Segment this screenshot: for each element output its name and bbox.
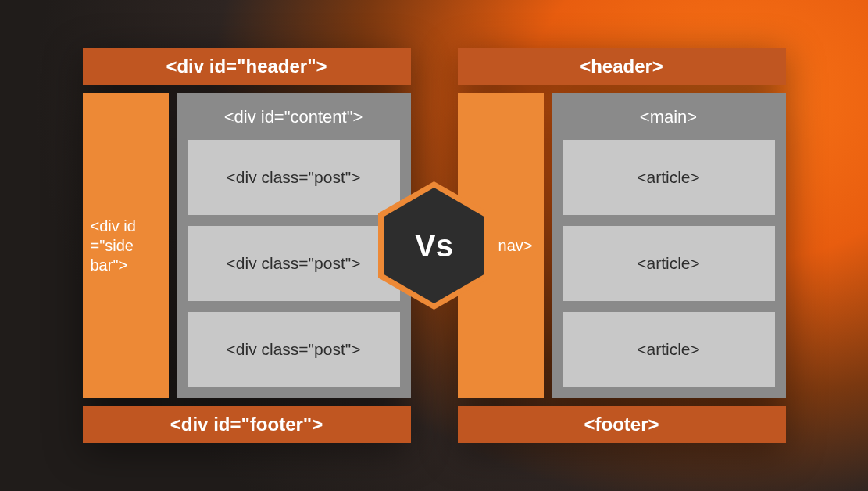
nav-label-semantic: nav> (498, 236, 533, 256)
article-box-semantic: <article> (563, 226, 775, 301)
post-box-nonsemantic: <div class="post"> (188, 312, 400, 387)
post-box-nonsemantic: <div class="post"> (188, 140, 400, 215)
footer-box-nonsemantic: <div id="footer"> (83, 406, 411, 443)
post-box-nonsemantic: <div class="post"> (188, 226, 400, 301)
content-title-nonsemantic: <div id="content"> (188, 104, 400, 129)
main-box-semantic: <main> <article> <article> <article> (552, 93, 786, 398)
vs-badge: Vs (381, 185, 488, 306)
sidebar-box-nonsemantic: <div id ="side bar"> (83, 93, 169, 398)
vs-label: Vs (415, 228, 453, 263)
article-box-semantic: <article> (563, 140, 775, 215)
non-semantic-layout-panel: <div id="header"> <div id ="side bar"> <… (83, 48, 411, 443)
semantic-layout-panel: <header> nav> <main> <article> <article>… (458, 48, 786, 443)
footer-box-semantic: <footer> (458, 406, 786, 443)
hexagon-icon: Vs (384, 188, 484, 303)
middle-row-nonsemantic: <div id ="side bar"> <div id="content"> … (83, 93, 411, 398)
main-title-semantic: <main> (563, 104, 775, 129)
header-box-semantic: <header> (458, 48, 786, 85)
sidebar-label-nonsemantic: <div id ="side bar"> (91, 217, 161, 275)
content-box-nonsemantic: <div id="content"> <div class="post"> <d… (177, 93, 411, 398)
header-box-nonsemantic: <div id="header"> (83, 48, 411, 85)
middle-row-semantic: nav> <main> <article> <article> <article… (458, 93, 786, 398)
article-box-semantic: <article> (563, 312, 775, 387)
